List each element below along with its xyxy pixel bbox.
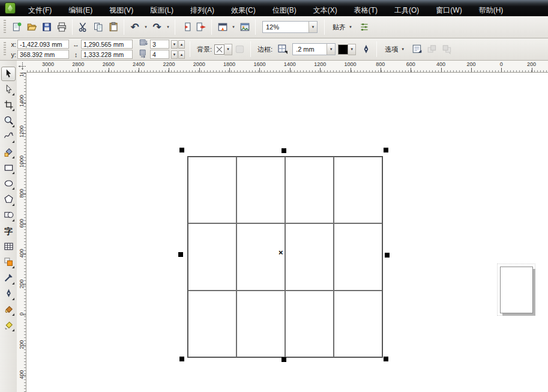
table-cell[interactable] (285, 291, 334, 357)
new-document-button[interactable] (9, 20, 24, 35)
snap-to-button[interactable]: 贴齐 ▼ (328, 20, 357, 34)
table-cell[interactable] (188, 223, 236, 290)
selection-handle[interactable] (282, 148, 286, 153)
selection-handle[interactable] (179, 148, 184, 152)
table-options-button[interactable]: 选项 ▼ (380, 43, 409, 56)
table-cell[interactable] (236, 223, 285, 290)
table-cell[interactable] (236, 291, 285, 357)
text-wrap-button[interactable] (409, 42, 424, 57)
table-cell[interactable] (285, 157, 334, 223)
menu-item-text[interactable]: 文本(X) (307, 4, 344, 17)
table-cell[interactable] (188, 291, 236, 357)
launcher-dropdown[interactable]: ▼ (230, 20, 237, 35)
table-cell[interactable] (334, 157, 382, 223)
spin-down-icon[interactable]: ▼ (171, 40, 178, 49)
selection-handle[interactable] (384, 357, 388, 361)
chevron-down-icon[interactable]: ▼ (327, 44, 335, 55)
chevron-down-icon[interactable]: ▼ (348, 44, 356, 55)
welcome-screen-button[interactable] (237, 20, 252, 35)
selection-handle[interactable] (178, 252, 183, 257)
object-width-field[interactable]: 1,290.565 mm (81, 40, 133, 49)
menu-item-window[interactable]: 窗口(W) (429, 4, 468, 17)
open-button[interactable] (24, 20, 39, 35)
spin-up-icon[interactable]: ▲ (178, 50, 185, 59)
outline-width-combo[interactable]: .2 mm ▼ (292, 43, 336, 55)
text-tool[interactable]: 字 (1, 224, 16, 238)
x-position-field[interactable]: -1,422.093 mm (17, 40, 69, 49)
menu-item-bitmaps[interactable]: 位图(B) (266, 4, 303, 17)
background-fill-picker[interactable]: ▼ (214, 44, 232, 55)
y-position-field[interactable]: 368.392 mm (17, 50, 69, 59)
no-fill-swatch[interactable] (214, 44, 224, 55)
table-columns-field[interactable]: 4 (150, 50, 169, 59)
menu-item-view[interactable]: 视图(V) (103, 4, 140, 17)
chevron-down-icon[interactable]: ▼ (309, 22, 317, 32)
rectangle-tool[interactable] (1, 161, 16, 175)
toolbar-grip[interactable] (4, 42, 6, 56)
redo-dropdown[interactable]: ▼ (164, 20, 172, 35)
table-cell[interactable] (236, 157, 285, 223)
menu-item-file[interactable]: 文件(F) (22, 4, 58, 17)
menu-item-layout[interactable]: 版面(L) (143, 4, 180, 17)
table-object[interactable] (187, 156, 383, 358)
pick-tool[interactable] (1, 67, 16, 81)
basic-shapes-tool[interactable] (1, 208, 16, 223)
chevron-down-icon[interactable]: ▼ (224, 44, 232, 55)
copy-button[interactable] (91, 20, 106, 35)
outline-pen-button[interactable] (358, 42, 373, 57)
export-button[interactable] (193, 20, 208, 35)
menu-item-arrange[interactable]: 排列(A) (184, 4, 221, 17)
blend-tool[interactable] (1, 255, 16, 270)
outline-pen-tool[interactable] (1, 287, 16, 301)
spin-down-icon[interactable]: ▼ (171, 50, 178, 59)
table-cell[interactable] (334, 223, 382, 290)
zoom-level-combo[interactable]: 12% ▼ (262, 21, 318, 33)
table-rows-field[interactable]: 3 (150, 40, 169, 49)
polygon-tool[interactable] (1, 193, 16, 207)
selection-handle[interactable] (384, 148, 388, 152)
app-logo-icon[interactable] (5, 2, 16, 14)
eyedropper-tool[interactable] (1, 271, 16, 286)
undo-dropdown[interactable]: ▼ (142, 20, 149, 35)
redo-button[interactable]: ↷ (149, 20, 164, 35)
paste-button[interactable] (106, 20, 121, 35)
save-button[interactable] (39, 20, 54, 35)
columns-spinner[interactable]: ▼ ▲ (170, 50, 185, 59)
outline-color-picker[interactable]: ▼ (338, 44, 356, 55)
ruler-origin-icon[interactable] (18, 62, 27, 72)
fill-tool[interactable] (1, 303, 16, 317)
object-height-field[interactable]: 1,333.228 mm (81, 50, 133, 59)
selection-handle[interactable] (385, 253, 390, 258)
outline-color-swatch[interactable] (338, 44, 348, 55)
print-button[interactable] (54, 20, 69, 35)
cut-button[interactable] (76, 20, 91, 35)
undo-button[interactable]: ↶ (127, 20, 142, 35)
menu-item-help[interactable]: 帮助(H) (472, 4, 510, 17)
menu-item-table[interactable]: 表格(T) (348, 4, 384, 17)
ellipse-tool[interactable] (1, 176, 16, 191)
table-cell[interactable] (188, 157, 236, 223)
vertical-ruler[interactable]: 16001400120010008006004002000200400 (17, 73, 26, 392)
smart-fill-tool[interactable] (1, 145, 16, 160)
horizontal-ruler[interactable]: 3000280026002400220020001800160014001200… (26, 61, 548, 73)
selection-handle[interactable] (282, 357, 286, 362)
selection-handle[interactable] (179, 357, 184, 361)
toolbar-grip[interactable] (4, 20, 6, 34)
spin-up-icon[interactable]: ▲ (178, 40, 185, 49)
application-launcher-button[interactable] (215, 20, 230, 35)
crop-tool[interactable] (1, 98, 16, 112)
zoom-tool[interactable] (1, 114, 16, 128)
import-button[interactable] (178, 20, 193, 35)
table-tool[interactable] (1, 240, 16, 254)
border-selector-button[interactable] (275, 42, 290, 57)
menu-item-tools[interactable]: 工具(O) (388, 4, 426, 17)
options-button[interactable] (357, 20, 372, 35)
freehand-tool[interactable] (1, 130, 16, 144)
rows-spinner[interactable]: ▼ ▲ (170, 40, 185, 49)
table-cell[interactable] (285, 223, 334, 290)
menu-item-effects[interactable]: 效果(C) (224, 4, 262, 17)
interactive-fill-tool[interactable] (1, 318, 16, 333)
table-cell[interactable] (334, 291, 382, 357)
shape-tool[interactable] (1, 82, 16, 97)
drawing-canvas[interactable]: × (26, 73, 548, 392)
